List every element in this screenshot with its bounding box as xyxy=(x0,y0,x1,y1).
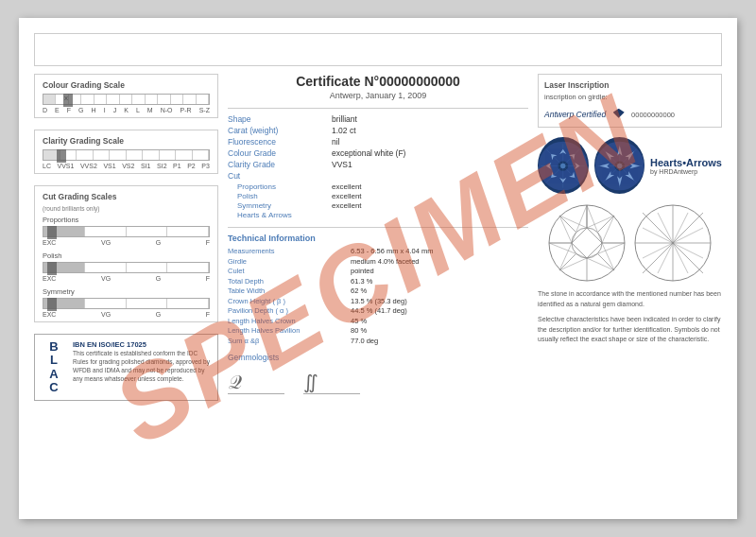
svg-line-37 xyxy=(598,254,614,270)
crown-height-label: Crown Height ( β ) xyxy=(228,297,351,305)
clarity-scale-bar xyxy=(43,149,210,161)
pavilion-depth-label: Pavilion Depth ( α ) xyxy=(228,306,351,315)
table-width-value: 62 % xyxy=(351,286,367,295)
gemmologists-section: Gemmologists 𝒬 ∬ xyxy=(228,353,528,394)
left-column: Colour Grading Scale x xyxy=(34,74,218,401)
colour-grading-scale: Colour Grading Scale x xyxy=(34,74,218,118)
length-halves-pav-row: Length Halves Pavilion 80 % xyxy=(228,326,528,335)
stone-info-text: The stone in accordance with the mention… xyxy=(538,289,722,309)
sum-row: Sum α &β 77.0 deg xyxy=(228,337,528,345)
measurements-value: 6.53 - 6.56 mm x 4.04 mm xyxy=(351,247,434,255)
girdle-value: medium 4.0% faceted xyxy=(351,257,420,266)
pavilion-depth-value: 44.5 % (41.7 deg) xyxy=(351,306,407,315)
colour-label: Colour Grade xyxy=(228,148,332,158)
gemmologists-title: Gemmologists xyxy=(228,353,528,362)
crown-height-row: Crown Height ( β ) 13.5 % (35.3 deg) xyxy=(228,297,528,305)
certificate-date: Antwerp, January 1, 2009 xyxy=(228,91,528,100)
polish-scale-label: Polish xyxy=(43,251,210,260)
svg-point-31 xyxy=(572,228,602,258)
table-width-label: Table Width xyxy=(228,286,351,295)
symmetry-row: Symmetry excellent xyxy=(228,201,528,210)
proportions-row: Proportions excellent xyxy=(228,182,528,191)
gemmologist-sig-1: 𝒬 xyxy=(228,366,284,394)
laser-inscription-text: Antwerp Certified 00000000000 xyxy=(544,104,715,121)
gemmologist-sig-2: ∬ xyxy=(303,366,360,394)
polish-label: Polish xyxy=(237,192,332,200)
laser-inscription-value: Antwerp Certified xyxy=(544,110,606,119)
certificate-document: SPECIMEN Colour Grading Scale x xyxy=(19,18,737,519)
symmetry-scale-labels: EXCVGGF xyxy=(43,311,210,318)
clarity-grading-scale: Clarity Grading Scale x xyxy=(34,130,218,174)
ha-title: Hearts•Arrows xyxy=(650,157,722,168)
svg-line-38 xyxy=(598,216,614,232)
svg-line-36 xyxy=(559,216,576,232)
accred-idc: IBN EN ISO/IEC 17025 xyxy=(73,340,212,349)
colour-scale-labels: DEFGHIJKLMN-OP-RS-Z xyxy=(43,107,210,113)
diamond-diagrams xyxy=(538,203,722,284)
diamond-top-view xyxy=(547,203,627,284)
laser-sub-label: inscription on girdle: xyxy=(544,93,715,101)
shape-label: Shape xyxy=(228,114,332,124)
clarity-label: Clarity Grade xyxy=(228,160,332,169)
symmetry-label: Symmetry xyxy=(237,201,332,210)
shape-row: Shape brilliant xyxy=(228,114,528,124)
polish-row: Polish excellent xyxy=(228,192,528,200)
laser-diamond-icon xyxy=(613,109,625,118)
svg-marker-43 xyxy=(587,243,625,258)
total-depth-label: Total Depth xyxy=(228,277,351,286)
length-halves-crown-label: Length Halves Crown xyxy=(228,317,351,325)
culet-label: Culet xyxy=(228,267,351,275)
proportions-scale-labels: EXCVGGF xyxy=(43,239,210,246)
hearts-arrows-images: Hearts•Arrows by HRDAntwerp xyxy=(538,137,722,194)
table-width-row: Table Width 62 % xyxy=(228,286,528,295)
crown-height-value: 13.5 % (35.3 deg) xyxy=(351,297,407,305)
colour-value: exceptional white (F) xyxy=(332,148,405,158)
laser-inscription-section: Laser Inscription inscription on girdle:… xyxy=(538,74,722,128)
certificate-number-value: 00000000000 xyxy=(379,74,460,89)
measurements-label: Measurements xyxy=(228,247,351,255)
sum-value: 77.0 deg xyxy=(351,337,378,345)
proportions-scale-label: Proportions xyxy=(43,216,210,224)
proportions-label: Proportions xyxy=(237,182,332,191)
hearts-circle xyxy=(538,137,589,194)
svg-marker-42 xyxy=(549,243,587,258)
measurements-row: Measurements 6.53 - 6.56 mm x 4.04 mm xyxy=(228,247,528,255)
cut-row: Cut xyxy=(228,171,528,181)
gemmologist-signatures: 𝒬 ∬ xyxy=(228,366,528,394)
laser-title: Laser Inscription xyxy=(544,80,715,90)
technical-section: Technical Information Measurements 6.53 … xyxy=(228,234,528,345)
carat-value: 1.02 ct xyxy=(332,126,356,135)
polish-value: excellent xyxy=(332,192,362,200)
clarity-scale-title: Clarity Grading Scale xyxy=(43,136,210,146)
accred-text: This certificate is established conform … xyxy=(73,349,212,383)
fluorescence-value: nil xyxy=(332,137,340,147)
laser-number-value: 00000000000 xyxy=(631,111,675,119)
carat-label: Carat (weight) xyxy=(228,126,332,135)
girdle-row: Girdle medium 4.0% faceted xyxy=(228,257,528,266)
total-depth-value: 61.3 % xyxy=(351,277,372,286)
accred-logo: BLAC xyxy=(49,340,58,394)
girdle-label: Girdle xyxy=(228,257,351,266)
clarity-row: Clarity Grade VVS1 xyxy=(228,160,528,169)
ha-subtitle: by HRDAntwerp xyxy=(650,168,722,175)
proportions-scale-bar xyxy=(43,226,210,237)
right-column: Laser Inscription inscription on girdle:… xyxy=(538,74,722,401)
right-bottom-section: The stone in accordance with the mention… xyxy=(538,289,722,345)
svg-marker-40 xyxy=(572,205,587,243)
svg-marker-41 xyxy=(587,205,602,243)
diamond-side-view xyxy=(633,203,713,284)
technical-title: Technical Information xyxy=(228,234,528,243)
blank-field-area xyxy=(34,33,722,66)
hearts-row: Hearts & Arrows xyxy=(228,211,528,219)
length-halves-pav-label: Length Halves Pavilion xyxy=(228,326,351,335)
svg-line-39 xyxy=(559,254,576,270)
fluorescence-label: Fluorescence xyxy=(228,137,332,147)
proportions-value: excellent xyxy=(332,182,362,191)
colour-scale-title: Colour Grading Scale xyxy=(43,80,210,90)
hearts-arrows-label: Hearts•Arrows by HRDAntwerp xyxy=(650,157,722,175)
accreditation-section: BLAC IBN EN ISO/IEC 17025 This certifica… xyxy=(34,334,218,401)
shape-value: brilliant xyxy=(332,114,357,124)
certificate-number: Certificate N°00000000000 xyxy=(228,74,528,89)
polish-scale-bar xyxy=(43,262,210,273)
symmetry-scale-bar xyxy=(43,298,210,309)
